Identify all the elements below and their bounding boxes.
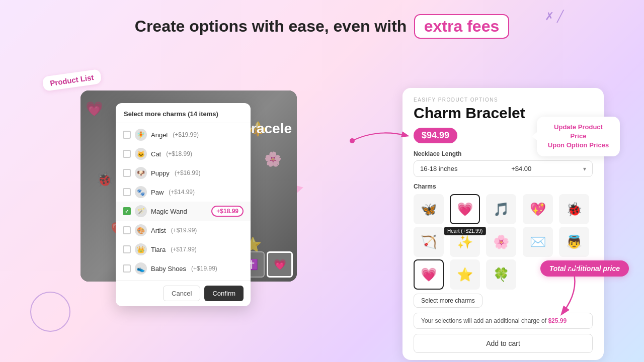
charms-label: Charms: [414, 183, 593, 190]
cancel-button[interactable]: Cancel: [163, 286, 200, 301]
charm-icon-paw: 🐾: [135, 186, 147, 198]
checkbox-tiara[interactable]: [123, 245, 131, 253]
list-item[interactable]: 🎨 Artist (+$19.99): [116, 221, 251, 240]
magic-wand-price-badge: +$18.99: [211, 206, 244, 217]
item-price-artist: (+$19.99): [171, 227, 197, 234]
charm-musical-note[interactable]: 🎵: [486, 194, 516, 224]
deco-circle-1: [30, 292, 70, 332]
list-item[interactable]: 👑 Tiara (+$17.99): [116, 240, 251, 259]
charm-icon-magic-wand: 🪄: [135, 205, 147, 217]
checkbox-artist[interactable]: [123, 226, 131, 234]
confirm-button[interactable]: Confirm: [204, 286, 244, 301]
price-arrow-svg: [352, 126, 438, 151]
checkbox-angel[interactable]: [123, 131, 131, 139]
extra-fees-badge: extra fees: [414, 14, 509, 39]
item-price-puppy: (+$16.99): [175, 169, 201, 176]
item-name-magic-wand: Magic Wand: [151, 208, 187, 215]
charm-ladybug[interactable]: 🐞: [559, 194, 589, 224]
charm-icon-puppy: 🐶: [135, 167, 147, 179]
item-name-paw: Paw: [151, 189, 164, 196]
checkbox-paw[interactable]: [123, 188, 131, 196]
total-arrow-svg: [543, 272, 584, 322]
dropdown-size: 16-18 inches: [420, 165, 457, 172]
charm-heart[interactable]: 💗 Heart (+$21.99): [450, 194, 480, 224]
charm-arrows[interactable]: 🏹: [414, 227, 444, 257]
item-name-artist: Artist: [151, 227, 166, 234]
easify-label: EASIFY PRODUCT OPTIONS: [414, 97, 593, 103]
item-name-baby-shoes: Baby Shoes: [151, 265, 186, 273]
modal-title: Select more charms (14 items): [116, 103, 251, 123]
checkbox-magic-wand[interactable]: [123, 207, 131, 215]
chevron-down-icon: ▾: [583, 165, 586, 172]
charm-icon-cat: 🐱: [135, 148, 147, 160]
deco-lines: ✗ ╱: [545, 10, 564, 23]
modal-list: 🧚 Angel (+$19.99) 🐱 Cat (+$18.99) 🐶 Pupp…: [116, 123, 251, 280]
item-price-tiara: (+$17.99): [171, 246, 197, 253]
list-item[interactable]: 🐱 Cat (+$18.99): [116, 144, 251, 163]
add-to-cart-button[interactable]: Add to cart: [414, 334, 593, 353]
update-callout: Update Product PriceUpon Option Prices: [537, 117, 620, 156]
checkbox-puppy[interactable]: [123, 169, 131, 177]
charm-star[interactable]: ⭐: [450, 259, 480, 290]
item-name-tiara: Tiara: [151, 246, 166, 253]
charm-butterfly[interactable]: 🦋: [414, 194, 444, 224]
charm-clover[interactable]: 🍀: [486, 259, 516, 290]
item-name-cat: Cat: [151, 150, 161, 158]
charm-pink-heart[interactable]: 💖: [523, 194, 553, 224]
item-name-puppy: Puppy: [151, 169, 170, 177]
list-item[interactable]: 🪄 Magic Wand +$18.99: [116, 202, 251, 221]
charm-angel[interactable]: 👼: [559, 227, 589, 257]
charm-deco-1: 💗: [86, 101, 103, 117]
update-callout-text: Update Product PriceUpon Option Prices: [548, 123, 609, 149]
charm-heart2[interactable]: 💗: [414, 259, 444, 290]
svg-point-0: [350, 138, 355, 143]
item-price-angel: (+$19.99): [173, 131, 199, 138]
list-item[interactable]: 🐶 Puppy (+$16.99): [116, 163, 251, 183]
modal-footer: Cancel Confirm: [116, 280, 251, 306]
charm-icon-tiara: 👑: [135, 243, 147, 255]
charm-flower[interactable]: 🌸: [486, 227, 516, 257]
item-price-paw: (+$14.99): [169, 189, 195, 196]
charm-heart-tooltip: Heart (+$21.99): [444, 227, 486, 235]
item-price-baby-shoes: (+$19.99): [191, 265, 217, 272]
item-name-angel: Angel: [151, 131, 168, 139]
necklace-dropdown[interactable]: 16-18 inches +$4.00 ▾: [414, 160, 593, 177]
callout-arrow: [532, 132, 537, 140]
dropdown-price: +$4.00: [511, 165, 531, 172]
item-price-cat: (+$18.99): [166, 150, 192, 157]
header: Create options with ease, even with extr…: [0, 0, 644, 49]
product-list-label: Product List: [42, 69, 102, 92]
list-item[interactable]: 🧚 Angel (+$19.99): [116, 125, 251, 144]
charm-deco-3: 🐞: [96, 171, 113, 188]
charm-icon-artist: 🎨: [135, 224, 147, 236]
charm-icon-baby-shoes: 👟: [135, 262, 147, 275]
update-callout-container: Update Product PriceUpon Option Prices: [537, 117, 620, 156]
charm-deco-6: 🌸: [264, 151, 282, 167]
checkbox-cat[interactable]: [123, 150, 131, 158]
charm-modal: Select more charms (14 items) 🧚 Angel (+…: [116, 103, 251, 306]
list-item[interactable]: 🐾 Paw (+$14.99): [116, 183, 251, 202]
checkbox-baby-shoes[interactable]: [123, 264, 131, 273]
charm-icon-angel: 🧚: [135, 129, 147, 141]
thumb-3[interactable]: 💗: [267, 251, 293, 278]
header-text: Create options with ease, even with: [135, 17, 407, 35]
list-item[interactable]: 👟 Baby Shoes (+$19.99): [116, 259, 251, 278]
charm-envelope[interactable]: ✉️: [523, 227, 553, 257]
select-more-button[interactable]: Select more charms: [414, 294, 482, 308]
charge-text: Your selections will add an additional c…: [421, 317, 546, 324]
